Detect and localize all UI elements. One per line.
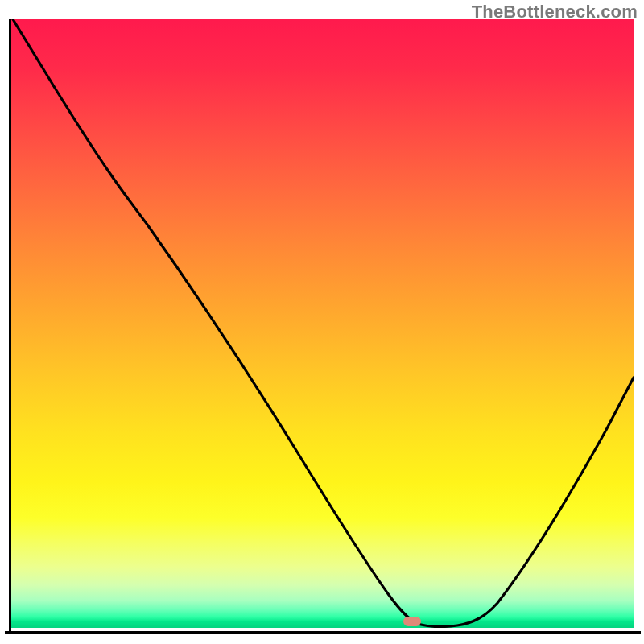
- plot-frame: [5, 19, 639, 639]
- chart-container: TheBottleneck.com: [0, 0, 644, 644]
- bottleneck-curve: [10, 19, 634, 628]
- optimal-point-marker: [403, 617, 421, 626]
- y-axis: [9, 19, 11, 634]
- watermark-text: TheBottleneck.com: [472, 2, 638, 23]
- plot-area: [10, 19, 634, 628]
- curve-path: [13, 19, 634, 626]
- x-axis: [5, 631, 641, 634]
